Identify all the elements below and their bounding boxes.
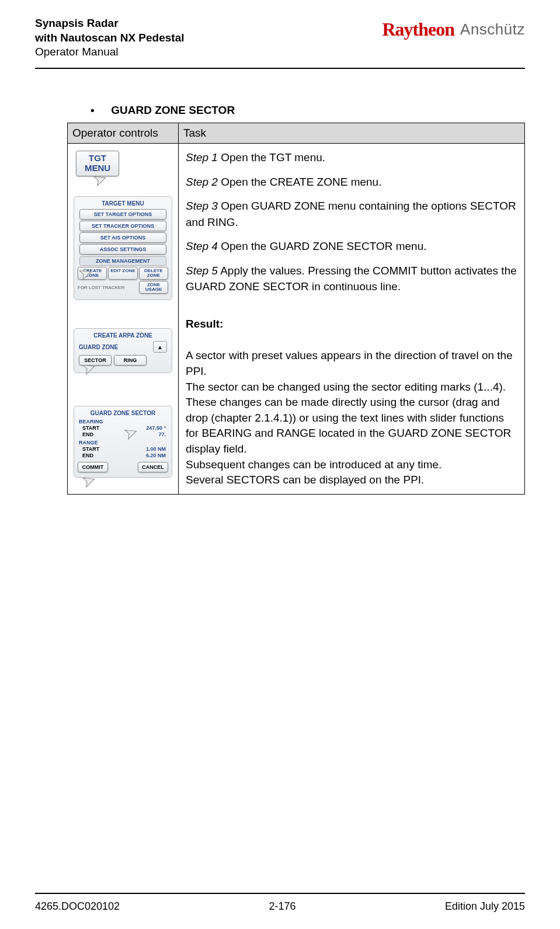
col-task: Task [179,123,525,144]
commit-button[interactable]: COMMIT [78,462,108,472]
step-1: Step 1 Open the TGT menu. [186,149,517,166]
for-lost-tracker-label: FOR LOST TRACKER [78,285,138,290]
header-line-3: Operator Manual [35,45,185,60]
task-cell: Step 1 Open the TGT menu. Step 2 Open th… [179,144,525,495]
step-5: Step 5 Apply the values. Pressing the CO… [186,263,517,295]
result-p5: Several SECTORS can be displayed on the … [186,472,517,488]
step-5-label: Step 5 [186,265,218,277]
step-1-label: Step 1 [186,151,218,163]
step-3: Step 3 Open GUARD ZONE menu containing t… [186,198,517,230]
bearing-label: BEARING [79,419,169,425]
step-2-label: Step 2 [186,176,218,188]
ring-button[interactable]: RING [114,355,147,366]
create-arpa-zone-title: CREATE ARPA ZONE [76,332,169,339]
step-4-label: Step 4 [186,240,218,252]
section-heading-text: GUARD ZONE SECTOR [111,104,235,116]
brand-raytheon: Raytheon [382,19,454,40]
result-p4: Subsequent changes can be introduced at … [186,457,517,473]
step-4: Step 4 Open the GUARD ZONE SECTOR menu. [186,238,517,255]
zone-usage-button[interactable]: ZONE USAGE [139,281,168,294]
col-operator-controls: Operator controls [68,123,179,144]
step-5-text: Apply the values. Pressing the COMMIT bu… [186,265,517,293]
step-4-text: Open the GUARD ZONE SECTOR menu. [218,240,427,252]
cursor-icon: ➤ [79,470,98,492]
range-end-label: END [82,453,93,458]
delete-zone-button[interactable]: DELETE ZONE [139,267,168,280]
page-footer: 4265.DOC020102 2-176 Edition July 2015 [35,900,525,913]
guard-zone-label: GUARD ZONE [79,344,118,350]
set-ais-options-button[interactable]: SET AIS OPTIONS [79,232,166,243]
guard-zone-sector-title: GUARD ZONE SECTOR [76,410,169,416]
range-label: RANGE [79,440,169,446]
bearing-start-value[interactable]: 247.50 ° [146,425,166,431]
header-brand: Raytheon Anschütz [382,19,525,40]
step-3-label: Step 3 [186,200,218,212]
footer-edition: Edition July 2015 [445,900,525,913]
target-menu-panel: TARGET MENU SET TARGET OPTIONS SET TRACK… [74,196,172,300]
step-1-text: Open the TGT menu. [218,151,325,163]
section-heading: • GUARD ZONE SECTOR [91,104,525,117]
footer-rule [35,893,525,894]
header-line-1: Synapsis Radar [35,16,185,31]
set-tracker-options-button[interactable]: SET TRACKER OPTIONS [79,221,166,231]
brand-anschutz: Anschütz [460,20,525,39]
target-menu-title: TARGET MENU [76,200,169,207]
result-p2: The sector can be changed using the sect… [186,380,517,395]
edit-zone-button[interactable]: EDIT ZONE [108,267,137,280]
result-label: Result: [186,316,517,332]
zone-management-label: ZONE MANAGEMENT [79,256,166,266]
page-header: Synapsis Radar with Nautoscan NX Pedesta… [35,16,525,60]
range-start-label: START [82,446,99,452]
assoc-settings-button[interactable]: ASSOC SETTINGS [79,244,166,255]
cancel-button[interactable]: CANCEL [138,462,168,472]
step-3-text: Open GUARD ZONE menu containing the opti… [186,200,516,228]
guard-zone-sector-panel: GUARD ZONE SECTOR BEARING START247.50 ° … [74,406,172,478]
header-line-2: with Nautoscan NX Pedestal [35,31,185,46]
footer-doc-id: 4265.DOC020102 [35,900,120,913]
header-rule [35,68,525,69]
result-body: A sector with preset values appears in t… [186,348,517,488]
range-start-value[interactable]: 1.00 NM [146,446,166,452]
step-2-text: Open the CREATE ZONE menu. [218,176,382,188]
collapse-up-button[interactable]: ▲ [153,341,167,353]
range-end-value[interactable]: 6.20 NM [146,453,166,458]
operator-controls-cell: TGT MENU ➤ TARGET MENU SET TARGET OPTION… [68,144,179,495]
bullet-icon: • [91,104,108,117]
bearing-start-label: START [82,425,99,431]
result-p1: A sector with preset values appears in t… [186,348,517,379]
step-2: Step 2 Open the CREATE ZONE menu. [186,174,517,190]
bearing-end-value[interactable]: 77. [158,432,166,437]
result-p3: These changes can be made directly using… [186,395,517,457]
triangle-up-icon: ▲ [157,344,163,350]
bearing-end-label: END [82,432,93,437]
header-title-block: Synapsis Radar with Nautoscan NX Pedesta… [35,16,185,60]
procedure-table: Operator controls Task TGT MENU ➤ TARGET… [67,123,525,495]
create-arpa-zone-panel: CREATE ARPA ZONE GUARD ZONE ▲ SECTOR RIN… [74,328,172,373]
set-target-options-button[interactable]: SET TARGET OPTIONS [79,209,166,220]
footer-page-number: 2-176 [269,900,295,913]
